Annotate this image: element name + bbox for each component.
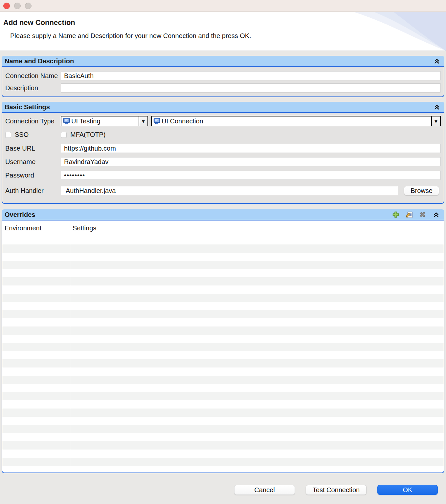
add-override-button[interactable] [391,210,400,219]
test-connection-button[interactable]: Test Connection [306,485,367,495]
table-row[interactable] [2,433,444,441]
table-row[interactable] [2,343,444,351]
section-header-overrides[interactable]: Overrides [2,209,444,220]
mfa-totp-label: MFA(TOTP) [70,131,105,138]
section-name-description: Name and Description Connection Name Des… [2,56,444,97]
table-row[interactable] [2,253,444,261]
edit-icon [405,211,413,219]
table-row[interactable] [2,285,444,294]
table-row[interactable] [2,400,444,409]
overrides-table-header: Environment Settings [2,220,444,236]
sso-checkbox[interactable] [5,132,11,138]
table-row[interactable] [2,277,444,285]
description-label: Description [5,83,61,93]
table-row[interactable] [2,335,444,343]
window-titlebar [0,0,446,12]
password-label: Password [5,171,61,180]
connection-type-value: UI Testing [71,117,139,125]
collapse-section-icon[interactable] [432,210,440,219]
table-row[interactable] [2,384,444,392]
connection-name-input[interactable] [61,71,441,80]
page-title: Add new Connection [3,18,75,27]
connection-name-label: Connection Name [5,71,61,80]
ok-button[interactable]: OK [377,485,438,495]
table-row[interactable] [2,261,444,269]
table-row[interactable] [2,409,444,417]
table-row[interactable] [2,318,444,326]
table-row[interactable] [2,302,444,310]
monitor-icon [63,117,70,125]
delete-x-icon [419,211,427,219]
connection-subtype-select[interactable]: UI Connection ▼ [151,116,441,126]
browse-button[interactable]: Browse [404,186,439,195]
minimize-button[interactable] [14,3,21,9]
password-input[interactable] [61,171,441,180]
collapse-section-icon[interactable] [433,57,440,65]
table-row[interactable] [2,392,444,400]
section-header-name-description[interactable]: Name and Description [2,56,444,66]
chevron-down-icon[interactable]: ▼ [431,116,440,126]
table-row[interactable] [2,359,444,368]
overrides-table-body[interactable] [2,236,444,472]
table-row[interactable] [2,368,444,376]
close-button[interactable] [3,3,10,9]
chevron-down-icon[interactable]: ▼ [139,116,147,126]
page-subtitle: Please supply a Name and Description for… [10,32,251,40]
description-input[interactable] [61,83,441,93]
plus-icon [392,211,400,219]
table-row[interactable] [2,326,444,335]
edit-override-button[interactable] [405,210,413,219]
username-input[interactable] [61,157,441,166]
auth-handler-input[interactable] [61,186,398,195]
table-row[interactable] [2,294,444,302]
table-row[interactable] [2,417,444,425]
section-title: Name and Description [5,57,74,65]
mfa-totp-checkbox[interactable] [61,132,67,138]
table-row[interactable] [2,236,444,244]
table-row[interactable] [2,466,444,472]
dialog-footer: Cancel Test Connection OK [0,485,438,495]
connection-subtype-value: UI Connection [162,117,431,125]
connection-type-label: Connection Type [5,116,61,126]
section-overrides: Overrides [2,209,444,473]
monitor-icon [153,117,161,125]
zoom-button[interactable] [25,3,32,9]
table-row[interactable] [2,244,444,253]
auth-handler-label: Auth Handler [5,186,61,195]
username-label: Username [5,157,61,166]
table-row[interactable] [2,441,444,450]
table-row[interactable] [2,351,444,359]
connection-type-select[interactable]: UI Testing ▼ [61,116,148,126]
table-row[interactable] [2,458,444,466]
table-row[interactable] [2,425,444,433]
section-header-basic-settings[interactable]: Basic Settings [2,102,444,112]
cancel-button[interactable]: Cancel [234,485,295,495]
section-basic-settings: Basic Settings Connection Type UI Testin [2,102,444,204]
delete-override-button[interactable] [418,210,427,219]
section-title: Overrides [5,211,35,219]
base-url-input[interactable] [61,144,441,153]
decorative-swirl [344,12,446,51]
table-row[interactable] [2,376,444,384]
table-row[interactable] [2,450,444,458]
collapse-section-icon[interactable] [433,103,440,111]
base-url-label: Base URL [5,144,61,153]
sso-label: SSO [15,131,29,138]
section-title: Basic Settings [5,103,50,111]
table-row[interactable] [2,269,444,277]
dialog-header: Add new Connection Please supply a Name … [0,12,446,51]
column-header-environment[interactable]: Environment [2,220,70,236]
column-header-settings[interactable]: Settings [70,220,444,236]
table-row[interactable] [2,310,444,318]
